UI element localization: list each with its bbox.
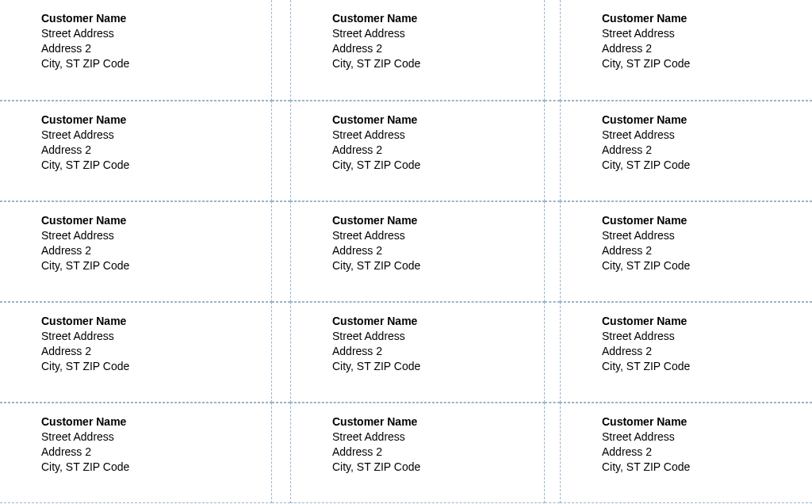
street-address: Street Address <box>602 26 812 41</box>
city-state-zip: City, ST ZIP Code <box>332 56 544 71</box>
address-label: Customer Name Street Address Address 2 C… <box>560 201 812 302</box>
customer-name: Customer Name <box>602 113 812 128</box>
city-state-zip: City, ST ZIP Code <box>602 158 812 173</box>
address-2: Address 2 <box>41 41 271 56</box>
address-label: Customer Name Street Address Address 2 C… <box>290 201 545 302</box>
address-2: Address 2 <box>602 243 812 258</box>
street-address: Street Address <box>41 430 271 445</box>
label-gutter <box>272 0 290 101</box>
street-address: Street Address <box>602 430 812 445</box>
label-gutter <box>545 0 560 101</box>
customer-name: Customer Name <box>41 414 271 430</box>
address-2: Address 2 <box>602 344 812 359</box>
street-address: Street Address <box>332 430 544 445</box>
city-state-zip: City, ST ZIP Code <box>602 359 812 374</box>
address-label: Customer Name Street Address Address 2 C… <box>560 101 812 201</box>
customer-name: Customer Name <box>602 314 812 329</box>
street-address: Street Address <box>41 26 271 41</box>
street-address: Street Address <box>602 128 812 143</box>
customer-name: Customer Name <box>332 11 544 26</box>
address-label: Customer Name Street Address Address 2 C… <box>290 302 545 403</box>
city-state-zip: City, ST ZIP Code <box>332 460 544 475</box>
address-label: Customer Name Street Address Address 2 C… <box>290 0 545 101</box>
street-address: Street Address <box>41 128 271 143</box>
address-2: Address 2 <box>41 143 271 158</box>
label-gutter <box>272 101 290 201</box>
street-address: Street Address <box>332 26 544 41</box>
city-state-zip: City, ST ZIP Code <box>41 359 271 374</box>
label-row: Customer Name Street Address Address 2 C… <box>0 101 812 201</box>
address-label: Customer Name Street Address Address 2 C… <box>560 302 812 403</box>
city-state-zip: City, ST ZIP Code <box>41 56 271 71</box>
address-label: Customer Name Street Address Address 2 C… <box>0 201 272 302</box>
label-gutter <box>545 101 560 201</box>
address-2: Address 2 <box>602 445 812 460</box>
customer-name: Customer Name <box>41 11 271 26</box>
address-2: Address 2 <box>41 344 271 359</box>
address-label: Customer Name Street Address Address 2 C… <box>0 403 272 503</box>
label-row: Customer Name Street Address Address 2 C… <box>0 403 812 503</box>
address-2: Address 2 <box>332 41 544 56</box>
street-address: Street Address <box>602 228 812 243</box>
street-address: Street Address <box>332 329 544 344</box>
address-2: Address 2 <box>332 143 544 158</box>
label-row: Customer Name Street Address Address 2 C… <box>0 302 812 403</box>
address-2: Address 2 <box>602 41 812 56</box>
street-address: Street Address <box>602 329 812 344</box>
city-state-zip: City, ST ZIP Code <box>332 359 544 374</box>
city-state-zip: City, ST ZIP Code <box>41 258 271 273</box>
customer-name: Customer Name <box>332 314 544 329</box>
city-state-zip: City, ST ZIP Code <box>332 258 544 273</box>
customer-name: Customer Name <box>332 113 544 128</box>
customer-name: Customer Name <box>602 11 812 26</box>
address-2: Address 2 <box>332 445 544 460</box>
street-address: Street Address <box>41 228 271 243</box>
customer-name: Customer Name <box>332 414 544 430</box>
address-label: Customer Name Street Address Address 2 C… <box>0 101 272 201</box>
address-2: Address 2 <box>332 243 544 258</box>
street-address: Street Address <box>41 329 271 344</box>
city-state-zip: City, ST ZIP Code <box>602 56 812 71</box>
label-gutter <box>272 403 290 503</box>
label-gutter <box>272 302 290 403</box>
label-gutter <box>545 302 560 403</box>
address-2: Address 2 <box>41 243 271 258</box>
label-gutter <box>545 201 560 302</box>
customer-name: Customer Name <box>332 213 544 228</box>
address-label: Customer Name Street Address Address 2 C… <box>0 0 272 101</box>
address-2: Address 2 <box>41 445 271 460</box>
address-2: Address 2 <box>332 344 544 359</box>
address-label: Customer Name Street Address Address 2 C… <box>560 0 812 101</box>
city-state-zip: City, ST ZIP Code <box>41 158 271 173</box>
city-state-zip: City, ST ZIP Code <box>602 460 812 475</box>
label-row: Customer Name Street Address Address 2 C… <box>0 0 812 101</box>
city-state-zip: City, ST ZIP Code <box>602 258 812 273</box>
label-gutter <box>272 201 290 302</box>
address-2: Address 2 <box>602 143 812 158</box>
customer-name: Customer Name <box>41 213 271 228</box>
label-gutter <box>545 403 560 503</box>
address-label: Customer Name Street Address Address 2 C… <box>0 302 272 403</box>
street-address: Street Address <box>332 128 544 143</box>
address-label: Customer Name Street Address Address 2 C… <box>290 403 545 503</box>
customer-name: Customer Name <box>602 213 812 228</box>
customer-name: Customer Name <box>41 113 271 128</box>
address-label: Customer Name Street Address Address 2 C… <box>560 403 812 503</box>
customer-name: Customer Name <box>602 414 812 430</box>
address-label: Customer Name Street Address Address 2 C… <box>290 101 545 201</box>
customer-name: Customer Name <box>41 314 271 329</box>
label-row: Customer Name Street Address Address 2 C… <box>0 201 812 302</box>
street-address: Street Address <box>332 228 544 243</box>
label-sheet: Customer Name Street Address Address 2 C… <box>0 0 812 504</box>
city-state-zip: City, ST ZIP Code <box>41 460 271 475</box>
city-state-zip: City, ST ZIP Code <box>332 158 544 173</box>
